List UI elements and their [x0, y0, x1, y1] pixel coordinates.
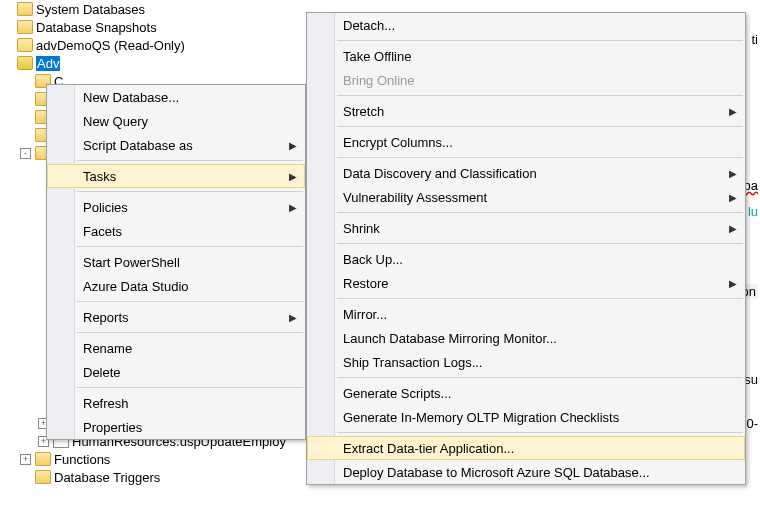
tasks-menu-item[interactable]: Take Offline — [307, 44, 745, 68]
menu-separator — [337, 432, 743, 433]
tasks-menu-item[interactable]: Stretch▶ — [307, 99, 745, 123]
tree-item-label: advDemoQS (Read-Only) — [36, 38, 185, 53]
menu-item-label: Vulnerability Assessment — [343, 190, 487, 205]
tree-item[interactable]: +Functions — [0, 450, 310, 468]
menu-item-label: Restore — [343, 276, 389, 291]
menu-item-label: Azure Data Studio — [83, 279, 189, 294]
menu-item-label: Shrink — [343, 221, 380, 236]
menu-item-label: Mirror... — [343, 307, 387, 322]
submenu-arrow-icon: ▶ — [729, 192, 737, 203]
submenu-arrow-icon: ▶ — [289, 140, 297, 151]
menu-separator — [77, 387, 303, 388]
menu-item-label: Back Up... — [343, 252, 403, 267]
tasks-menu-item: Bring Online — [307, 68, 745, 92]
tasks-menu-item[interactable]: Deploy Database to Microsoft Azure SQL D… — [307, 460, 745, 484]
db-menu-item[interactable]: Properties — [47, 415, 305, 439]
tasks-menu-item[interactable]: Vulnerability Assessment▶ — [307, 185, 745, 209]
tasks-menu-item[interactable]: Ship Transaction Logs... — [307, 350, 745, 374]
tree-item[interactable]: advDemoQS (Read-Only) — [0, 36, 310, 54]
tree-spacer — [2, 22, 13, 33]
tree-item[interactable]: System Databases — [0, 0, 310, 18]
tree-spacer — [2, 58, 13, 69]
db-menu-item[interactable]: Rename — [47, 336, 305, 360]
menu-item-label: Refresh — [83, 396, 129, 411]
menu-item-label: Facets — [83, 224, 122, 239]
db-menu-item[interactable]: New Query — [47, 109, 305, 133]
tree-item[interactable]: Database Snapshots — [0, 18, 310, 36]
tree-spacer — [20, 472, 31, 483]
folder-icon — [17, 2, 33, 16]
submenu-arrow-icon: ▶ — [729, 106, 737, 117]
tasks-menu-item[interactable]: Mirror... — [307, 302, 745, 326]
menu-item-label: Script Database as — [83, 138, 193, 153]
menu-item-label: Encrypt Columns... — [343, 135, 453, 150]
folder-icon — [35, 452, 51, 466]
context-menu-tasks: Detach...Take OfflineBring OnlineStretch… — [306, 12, 746, 485]
tasks-menu-item[interactable]: Shrink▶ — [307, 216, 745, 240]
tree-item-label: Adv — [36, 56, 60, 71]
menu-item-label: Deploy Database to Microsoft Azure SQL D… — [343, 465, 650, 480]
db-menu-item[interactable]: Policies▶ — [47, 195, 305, 219]
expand-icon[interactable]: + — [20, 454, 31, 465]
tree-spacer — [2, 4, 13, 15]
menu-item-label: New Query — [83, 114, 148, 129]
menu-item-label: Launch Database Mirroring Monitor... — [343, 331, 557, 346]
submenu-arrow-icon: ▶ — [729, 223, 737, 234]
menu-item-label: Data Discovery and Classification — [343, 166, 537, 181]
menu-separator — [337, 157, 743, 158]
menu-item-label: Bring Online — [343, 73, 415, 88]
menu-item-label: Tasks — [83, 169, 116, 184]
menu-separator — [77, 332, 303, 333]
menu-separator — [337, 298, 743, 299]
menu-separator — [77, 301, 303, 302]
menu-separator — [337, 126, 743, 127]
menu-item-label: Ship Transaction Logs... — [343, 355, 482, 370]
submenu-arrow-icon: ▶ — [729, 168, 737, 179]
menu-item-label: Properties — [83, 420, 142, 435]
tree-spacer — [20, 112, 31, 123]
tasks-menu-item[interactable]: Restore▶ — [307, 271, 745, 295]
db-menu-item[interactable]: Tasks▶ — [47, 164, 305, 188]
tree-item[interactable]: Adv — [0, 54, 310, 72]
db-menu-item[interactable]: Azure Data Studio — [47, 274, 305, 298]
menu-separator — [337, 95, 743, 96]
submenu-arrow-icon: ▶ — [289, 312, 297, 323]
tasks-menu-item[interactable]: Generate In-Memory OLTP Migration Checkl… — [307, 405, 745, 429]
menu-item-label: Reports — [83, 310, 129, 325]
menu-item-label: Extract Data-tier Application... — [343, 441, 514, 456]
tasks-menu-item[interactable]: Data Discovery and Classification▶ — [307, 161, 745, 185]
context-menu-database: New Database...New QueryScript Database … — [46, 84, 306, 440]
tree-item-label: Functions — [54, 452, 110, 467]
tree-item-label: Database Triggers — [54, 470, 160, 485]
tasks-menu-item[interactable]: Extract Data-tier Application... — [307, 436, 745, 460]
menu-item-label: Detach... — [343, 18, 395, 33]
tasks-menu-item[interactable]: Detach... — [307, 13, 745, 37]
menu-separator — [337, 243, 743, 244]
tasks-menu-item[interactable]: Encrypt Columns... — [307, 130, 745, 154]
menu-separator — [337, 40, 743, 41]
tree-item[interactable]: Database Triggers — [0, 468, 310, 486]
submenu-arrow-icon: ▶ — [289, 171, 297, 182]
database-icon — [17, 56, 33, 70]
db-menu-item[interactable]: Refresh — [47, 391, 305, 415]
tasks-menu-item[interactable]: Back Up... — [307, 247, 745, 271]
db-menu-item[interactable]: Facets — [47, 219, 305, 243]
menu-item-label: Take Offline — [343, 49, 411, 64]
tasks-menu-item[interactable]: Launch Database Mirroring Monitor... — [307, 326, 745, 350]
menu-item-label: New Database... — [83, 90, 179, 105]
tasks-menu-item[interactable]: Generate Scripts... — [307, 381, 745, 405]
menu-separator — [337, 377, 743, 378]
tree-spacer — [20, 130, 31, 141]
menu-item-label: Policies — [83, 200, 128, 215]
db-menu-item[interactable]: Script Database as▶ — [47, 133, 305, 157]
menu-separator — [337, 212, 743, 213]
menu-item-label: Start PowerShell — [83, 255, 180, 270]
db-menu-item[interactable]: New Database... — [47, 85, 305, 109]
db-menu-item[interactable]: Start PowerShell — [47, 250, 305, 274]
menu-separator — [77, 191, 303, 192]
db-menu-item[interactable]: Reports▶ — [47, 305, 305, 329]
menu-item-label: Stretch — [343, 104, 384, 119]
database-readonly-icon — [17, 38, 33, 52]
db-menu-item[interactable]: Delete — [47, 360, 305, 384]
collapse-icon[interactable]: - — [20, 148, 31, 159]
